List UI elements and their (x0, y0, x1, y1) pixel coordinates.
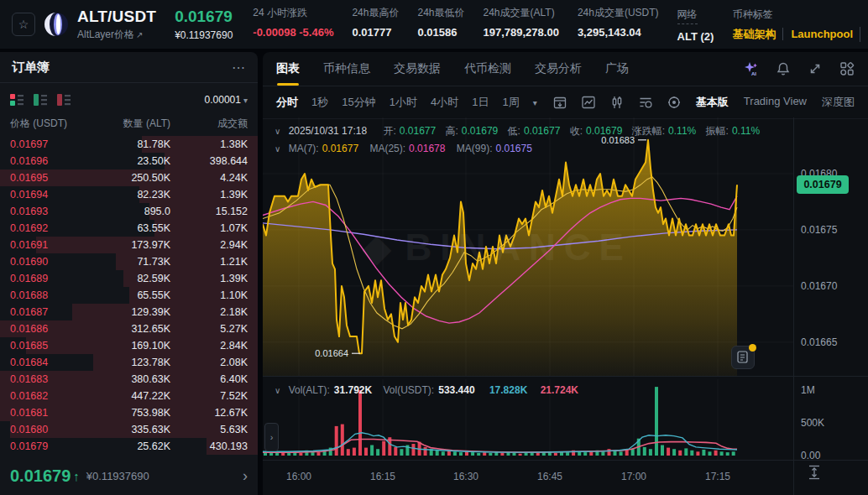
ask-amount: 753.98K (82, 407, 170, 419)
favorite-button[interactable]: ☆ (12, 13, 35, 36)
orderbook-view-asks-button[interactable] (57, 94, 71, 106)
tab-交易数据[interactable]: 交易数据 (394, 52, 441, 86)
orderbook-more-icon[interactable]: ⋯ (232, 60, 246, 76)
orderbook-row[interactable]: 0.0169781.78K1.38K (0, 136, 258, 153)
line-chart-icon[interactable] (581, 95, 596, 110)
stat-label: 24h最高价 (352, 6, 399, 20)
ask-total: 1.07K (170, 222, 248, 234)
pane-expand-chevron[interactable]: › (264, 423, 279, 451)
stat-24 小时涨跌: 24 小时涨跌-0.00098 -5.46% (253, 6, 333, 43)
calendar-range-icon[interactable] (552, 95, 567, 110)
ask-amount: 81.78K (82, 138, 170, 150)
pane-divider (263, 376, 868, 377)
ask-price: 0.01687 (10, 306, 82, 318)
orderbook-last-price: 0.01679 (10, 466, 71, 486)
price-axis[interactable]: 0.016800.016750.016700.016650.016791M500… (793, 117, 868, 495)
ask-price: 0.01696 (10, 155, 82, 167)
tab-币种信息[interactable]: 币种信息 (323, 52, 370, 86)
orderbook-expand-chevron[interactable]: › (243, 467, 248, 485)
orderbook-row[interactable]: 0.01691173.97K2.94K (0, 237, 258, 253)
ask-price: 0.01689 (10, 273, 82, 284)
stat-24h成交量(ALT): 24h成交量(ALT)197,789,278.00 (484, 6, 559, 43)
collapse-chevron-icon[interactable]: ∨ (275, 144, 280, 154)
ask-price: 0.01684 (10, 357, 82, 368)
tab-广场[interactable]: 广场 (605, 52, 629, 86)
orderbook-row[interactable]: 0.01686312.65K5.27K (0, 320, 258, 337)
orderbook-view-both-button[interactable] (10, 94, 24, 106)
ask-amount: 380.63K (82, 373, 170, 385)
coin-tag-link[interactable]: 基础架构 (732, 27, 776, 42)
ask-total: 2.84K (170, 340, 248, 352)
precision-dropdown[interactable]: 0.00001▾ (205, 94, 248, 106)
ask-total: 2.94K (170, 239, 248, 251)
time-tick: 16:00 (280, 471, 317, 482)
interval-more-chevron[interactable]: ▾ (533, 98, 537, 107)
orderbook-row[interactable]: 0.0169482.23K1.39K (0, 186, 258, 203)
ask-amount: 25.62K (82, 440, 170, 452)
time-axis[interactable]: 16:0016:1516:3016:4517:0017:15 (263, 461, 793, 493)
collapse-chevron-icon[interactable]: ∨ (275, 127, 280, 136)
fiat-price: ¥0.11937690 (175, 29, 233, 41)
orderbook-row[interactable]: 0.0169623.50K398.644 (0, 153, 258, 169)
chevron-down-icon: ▾ (243, 96, 248, 105)
coin-tag-link[interactable]: 种子 (860, 27, 868, 42)
chart-news-button[interactable] (731, 346, 755, 369)
orderbook-row[interactable]: 0.0169071.73K1.21K (0, 253, 258, 270)
notification-bell-icon[interactable] (776, 61, 791, 76)
ask-total: 12.67K (170, 407, 248, 419)
volume-chart[interactable]: ∨ Vol(ALT):31.792K Vol(USDT):533.440 17.… (263, 379, 793, 460)
axis-expand-icon[interactable] (808, 465, 821, 480)
ask-price: 0.01688 (10, 289, 82, 301)
coin-tag-link[interactable]: Launchpool (782, 28, 853, 40)
interval-4小时[interactable]: 4小时 (431, 95, 458, 110)
orderbook-row[interactable]: 0.01695250.50K4.24K (0, 169, 258, 186)
orderbook-row[interactable]: 0.01684123.78K2.08K (0, 354, 258, 371)
ask-total: 1.39K (170, 189, 248, 201)
orderbook-row[interactable]: 0.01683380.63K6.40K (0, 371, 258, 388)
market-stats: 24 小时涨跌-0.00098 -5.46%24h最高价0.0177724h最低… (253, 6, 714, 43)
orderbook-row[interactable]: 0.01693895.015.152 (0, 203, 258, 220)
orderbook-row[interactable]: 0.01680335.63K5.63K (0, 421, 258, 438)
tab-图表[interactable]: 图表 (276, 52, 300, 86)
view-深度图[interactable]: 深度图 (822, 95, 855, 110)
orderbook-row[interactable]: 0.01687129.39K2.18K (0, 304, 258, 320)
stat-value: -0.00098 -5.46% (253, 26, 333, 39)
candlestick-icon[interactable] (609, 95, 625, 110)
expand-icon[interactable] (808, 61, 823, 76)
stat-label: 24h成交量(USDT) (578, 6, 659, 20)
interval-1周[interactable]: 1周 (502, 95, 519, 110)
interval-1日[interactable]: 1日 (472, 95, 489, 110)
time-tick: 16:15 (364, 471, 401, 482)
layout-grid-icon[interactable] (839, 61, 855, 76)
orderbook-view-bids-button[interactable] (34, 94, 47, 106)
ai-assistant-icon[interactable]: AI (744, 61, 759, 76)
interval-1秒[interactable]: 1秒 (311, 95, 328, 110)
symbol-header: ☆ ALT/USDT AltLayer价格↗ 0.01679 ¥0.119376… (0, 0, 868, 49)
view-基本版[interactable]: 基本版 (696, 95, 729, 110)
tab-代币检测[interactable]: 代币检测 (464, 52, 511, 86)
time-tick: 16:45 (531, 471, 568, 482)
orderbook-row[interactable]: 0.0169263.55K1.07K (0, 220, 258, 237)
interval-1小时[interactable]: 1小时 (390, 95, 417, 110)
orderbook-row[interactable]: 0.01681753.98K12.67K (0, 404, 258, 421)
time-tick: 17:15 (699, 471, 736, 482)
orderbook-row[interactable]: 0.01682447.22K7.52K (0, 388, 258, 404)
orderbook-row[interactable]: 0.0168982.59K1.39K (0, 270, 258, 287)
tab-交易分析[interactable]: 交易分析 (535, 52, 582, 86)
ask-amount: 250.50K (82, 172, 170, 184)
orderbook-row[interactable]: 0.0167925.62K430.193 (0, 438, 258, 455)
chart-settings-icon[interactable] (667, 95, 682, 110)
ask-amount: 23.50K (82, 155, 170, 167)
view-Trading View[interactable]: Trading View (744, 95, 807, 110)
price-chart[interactable]: 0.016640.01683 ◆ BINANCE ∨ 2025/10/31 17… (263, 117, 793, 376)
ask-amount: 169.10K (82, 340, 170, 352)
star-icon: ☆ (18, 18, 29, 31)
orderbook-row[interactable]: 0.0168865.55K1.10K (0, 287, 258, 304)
interval-分时[interactable]: 分时 (276, 95, 298, 110)
orderbook-row[interactable]: 0.01685169.10K2.84K (0, 337, 258, 354)
indicators-icon[interactable] (638, 95, 653, 110)
price-chart-svg: 0.016640.01683 (263, 117, 793, 376)
collapse-chevron-icon[interactable]: ∨ (275, 386, 280, 395)
interval-15分钟[interactable]: 15分钟 (342, 95, 375, 110)
coin-price-link[interactable]: AltLayer价格↗ (77, 28, 156, 42)
